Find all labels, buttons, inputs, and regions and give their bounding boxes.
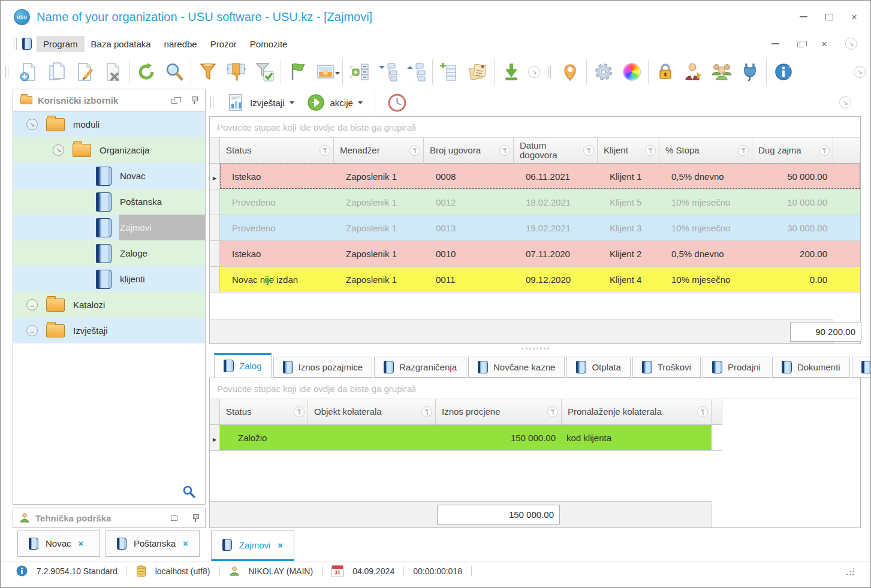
filter-button[interactable]	[194, 57, 222, 87]
user-groups-button[interactable]	[707, 57, 736, 87]
cell-date[interactable]: 18.02.2021	[514, 189, 598, 215]
image-dropdown-caret[interactable]	[335, 72, 340, 75]
cell-client[interactable]: Klijent 4	[598, 267, 659, 292]
tree-item-klijenti[interactable]: klijenti	[13, 266, 205, 292]
loan-row[interactable]: Istekao Zaposlenik 1 0010 07.11.2020 Kli…	[210, 241, 860, 267]
collateral-row[interactable]: Založio 150 000.00 kod klijenta	[210, 425, 722, 451]
resize-grip[interactable]	[846, 567, 855, 575]
copy-document-button[interactable]	[42, 57, 70, 87]
new-document-button[interactable]	[14, 57, 42, 87]
column-filter-icon[interactable]	[697, 406, 708, 417]
column-filter-icon[interactable]	[294, 406, 305, 417]
export-overflow-button[interactable]: ↘	[525, 57, 543, 87]
child-close-icon[interactable]: ×	[821, 39, 827, 49]
minimize-icon[interactable]	[800, 16, 807, 17]
cell-client[interactable]: Klijent 5	[598, 189, 659, 215]
close-tab-icon[interactable]	[183, 538, 188, 548]
cell-date[interactable]: 06.11.2021	[514, 164, 598, 189]
cell-location[interactable]: kod klijenta	[562, 425, 712, 450]
collapse-arrow-icon[interactable]: ↘	[53, 144, 64, 156]
menubar-overflow-icon[interactable]: ↘	[845, 38, 857, 50]
cell-object[interactable]	[308, 425, 436, 450]
export-button[interactable]	[497, 57, 525, 87]
column-filter-icon[interactable]	[421, 406, 432, 417]
notes-button[interactable]	[463, 57, 492, 87]
column-rate[interactable]: % Stopa	[659, 138, 752, 163]
column-filter-icon[interactable]	[645, 145, 656, 156]
cell-client[interactable]: Klijent 1	[598, 164, 659, 189]
column-filter-icon[interactable]	[819, 145, 830, 156]
actions-button[interactable]: akcije	[303, 91, 366, 114]
cell-manager[interactable]: Zaposlenik 1	[334, 189, 424, 215]
column-filter-icon[interactable]	[738, 145, 749, 156]
location-pin-button[interactable]	[556, 57, 584, 87]
close-icon[interactable]: ×	[851, 12, 857, 22]
cell-status[interactable]: Provedeno	[220, 215, 334, 240]
filter-apply-button[interactable]	[250, 57, 278, 87]
close-tab-icon[interactable]	[278, 540, 283, 550]
window-tab-zajmovi[interactable]: Zajmovi	[211, 530, 294, 561]
cell-rate[interactable]: 10% mjesečno	[659, 267, 752, 292]
column-filter-icon[interactable]	[547, 406, 558, 417]
tab-dokumenti[interactable]: Dokumenti	[772, 357, 850, 378]
cell-contract[interactable]: 0012	[424, 189, 514, 215]
cell-debt[interactable]: 30 000.00	[752, 215, 833, 240]
panel-splitter[interactable]	[209, 344, 861, 353]
child-restore-icon[interactable]	[797, 43, 803, 47]
tree-item-novac[interactable]: Novac	[13, 163, 205, 189]
cell-contract[interactable]: 0013	[424, 215, 514, 240]
image-button[interactable]	[312, 57, 340, 87]
tab-razgranicenja[interactable]: Razgraničenja	[374, 357, 466, 378]
menu-database[interactable]: Baza podataka	[85, 36, 158, 52]
cell-manager[interactable]: Zaposlenik 1	[334, 215, 424, 240]
tree-item-zajmovi[interactable]: Zajmovi	[13, 215, 205, 240]
reports-button[interactable]: Izvještaji	[224, 91, 298, 114]
loan-row[interactable]: Novac nije izdan Zaposlenik 1 0011 09.12…	[210, 267, 860, 293]
settings-button[interactable]	[589, 57, 617, 87]
tab-novcane-kazne[interactable]: Novčane kazne	[468, 357, 565, 378]
tree-search-icon[interactable]	[182, 485, 195, 498]
tree-item-moduli[interactable]: ↘ moduli	[13, 111, 205, 137]
menu-help[interactable]: Pomozite	[243, 36, 294, 52]
tab-iznos-pozajmice[interactable]: Iznos pozajmice	[273, 357, 373, 378]
cell-status[interactable]: Istekao	[220, 164, 334, 189]
panel-restore-icon[interactable]	[171, 99, 177, 104]
toolbar-overflow-icon[interactable]: ↘	[854, 66, 866, 78]
cell-status[interactable]: Istekao	[220, 241, 334, 266]
window-tab-novac[interactable]: Novac	[17, 530, 100, 557]
cell-status[interactable]: Založio	[220, 425, 308, 450]
cell-amount[interactable]: 150 000.00	[436, 425, 562, 450]
plugin-button[interactable]	[736, 57, 764, 87]
flag-button[interactable]	[284, 57, 312, 87]
maximize-icon[interactable]	[825, 14, 833, 20]
expand-arrow-icon[interactable]: →	[26, 325, 38, 336]
delete-document-button[interactable]	[98, 57, 126, 87]
tab-zalog[interactable]: Zalog	[214, 353, 272, 378]
column-filter-icon[interactable]	[499, 145, 510, 156]
edit-document-button[interactable]	[70, 57, 98, 87]
cell-manager[interactable]: Zaposlenik 1	[334, 241, 424, 266]
cell-client[interactable]: Klijent 2	[598, 241, 659, 266]
loan-row[interactable]: Istekao Zaposlenik 1 0008 06.11.2021 Kli…	[210, 164, 860, 189]
menu-commands[interactable]: naredbe	[158, 36, 204, 52]
filter-columns-button[interactable]	[222, 57, 250, 87]
column-client[interactable]: Klijent	[598, 138, 659, 163]
panel-restore-icon[interactable]	[171, 515, 177, 521]
expand-branch-button[interactable]	[402, 57, 430, 87]
cell-contract[interactable]: 0008	[424, 164, 514, 189]
column-filter-icon[interactable]	[409, 145, 420, 156]
tree-item-izvjestaji[interactable]: → Izvještaji	[13, 318, 205, 343]
tab-raditi[interactable]: Raditi	[852, 357, 871, 378]
cell-date[interactable]: 07.11.2020	[514, 241, 598, 266]
column-contract[interactable]: Broj ugovora	[424, 138, 514, 163]
color-wheel-button[interactable]	[617, 57, 646, 87]
loan-row[interactable]: Provedeno Zaposlenik 1 0012 18.02.2021 K…	[210, 189, 860, 215]
toolbar-drag-handle[interactable]	[5, 66, 8, 78]
cell-date[interactable]: 09.12.2020	[514, 267, 598, 292]
column-debt[interactable]: Dug zajma	[752, 138, 833, 163]
menu-drag-handle[interactable]	[14, 38, 17, 50]
cell-debt[interactable]: 200.00	[752, 241, 833, 266]
toolbar-drag-handle[interactable]	[210, 97, 213, 108]
expand-all-tree-button[interactable]	[345, 57, 373, 87]
user-permissions-button[interactable]	[679, 57, 707, 87]
